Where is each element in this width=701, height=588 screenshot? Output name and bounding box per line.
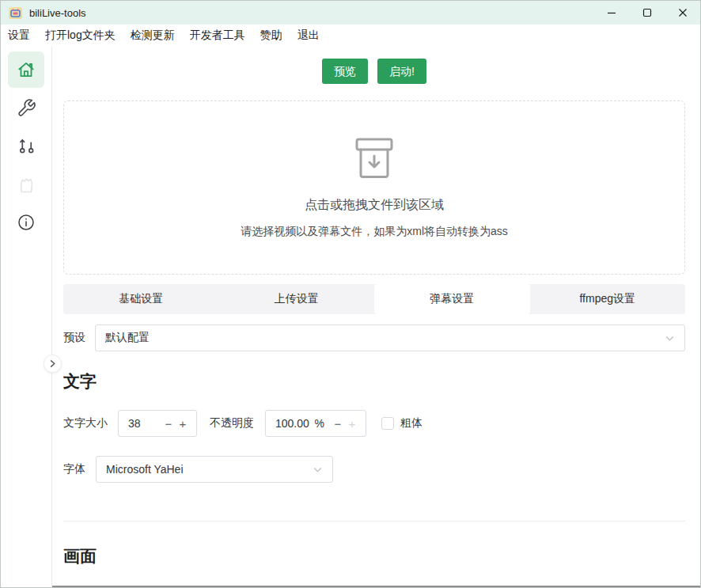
font-size-increase-button[interactable]: + <box>176 418 190 430</box>
text-controls-row: 文字大小 38 − + 不透明度 100.00 % − + 粗体 <box>63 410 685 437</box>
sidebar-expand-button[interactable] <box>44 355 62 373</box>
window-title: biliLive-tools <box>29 7 86 19</box>
sidebar-item-clip[interactable] <box>8 166 44 203</box>
font-size-label: 文字大小 <box>63 416 108 431</box>
opacity-value: 100.00 <box>275 417 315 430</box>
wrench-icon <box>17 98 36 118</box>
menu-open-log-folder[interactable]: 打开log文件夹 <box>44 27 116 44</box>
preset-row: 预设 默认配置 <box>63 324 685 351</box>
sidebar-item-about[interactable] <box>8 204 44 241</box>
menu-settings[interactable]: 设置 <box>7 27 31 44</box>
sidebar-item-convert[interactable] <box>8 127 44 163</box>
actions-row: 预览 启动! <box>63 59 685 84</box>
titlebar: biliLive-tools <box>1 1 700 25</box>
menu-exit[interactable]: 退出 <box>297 27 320 44</box>
preset-select-value: 默认配置 <box>105 331 658 345</box>
text-section-heading: 文字 <box>63 370 685 393</box>
minimize-icon <box>607 8 616 17</box>
font-size-value: 38 <box>128 417 161 430</box>
menu-check-update[interactable]: 检测更新 <box>130 27 176 44</box>
opacity-input[interactable]: 100.00 % − + <box>265 410 366 437</box>
tab-danmaku-settings[interactable]: 弹幕设置 <box>374 284 530 314</box>
canvas-section-heading: 画面 <box>63 545 685 567</box>
preview-button[interactable]: 预览 <box>322 59 368 84</box>
chevron-down-icon <box>665 333 675 343</box>
font-family-value: Microsoft YaHei <box>106 463 306 476</box>
menu-sponsor[interactable]: 赞助 <box>260 27 283 44</box>
settings-tabs: 基础设置 上传设置 弹幕设置 ffmpeg设置 <box>63 284 685 314</box>
home-icon <box>16 59 36 80</box>
maximize-icon <box>642 8 652 17</box>
chevron-right-icon <box>48 359 57 368</box>
close-icon <box>678 8 688 17</box>
tab-upload-settings[interactable]: 上传设置 <box>219 284 375 314</box>
app-logo-icon <box>9 7 22 19</box>
font-size-input[interactable]: 38 − + <box>118 410 197 437</box>
app-window: biliLive-tools 设置 打开log文件夹 检测更新 开发者工具 赞助… <box>0 0 701 588</box>
menu-devtools[interactable]: 开发者工具 <box>189 27 246 44</box>
tab-basic-settings[interactable]: 基础设置 <box>63 284 219 314</box>
sidebar-item-tools[interactable] <box>8 89 44 126</box>
start-button[interactable]: 启动! <box>377 59 426 84</box>
app-body: 预览 启动! 点击或拖拽文件到该区域 请选择视频以及弹幕文件，如果为xml将自动… <box>1 47 700 588</box>
dropzone-subtitle: 请选择视频以及弹幕文件，如果为xml将自动转换为ass <box>241 225 508 239</box>
font-family-row: 字体 Microsoft YaHei <box>63 456 685 483</box>
menubar: 设置 打开log文件夹 检测更新 开发者工具 赞助 退出 <box>1 25 700 47</box>
opacity-decrease-button[interactable]: − <box>331 418 345 430</box>
sidebar <box>1 47 52 588</box>
preset-label: 预设 <box>63 331 85 345</box>
minimize-button[interactable] <box>593 1 629 25</box>
bold-checkbox[interactable] <box>381 417 394 430</box>
bold-label: 粗体 <box>400 416 422 431</box>
clip-icon <box>16 174 37 195</box>
opacity-label: 不透明度 <box>210 416 254 431</box>
main-content: 预览 启动! 点击或拖拽文件到该区域 请选择视频以及弹幕文件，如果为xml将自动… <box>52 47 700 588</box>
info-icon <box>17 213 36 232</box>
bottom-edge-line <box>52 586 700 587</box>
opacity-increase-button[interactable]: + <box>345 418 359 430</box>
tab-ffmpeg-settings[interactable]: ffmpeg设置 <box>530 284 686 314</box>
section-divider <box>63 521 685 522</box>
font-family-select[interactable]: Microsoft YaHei <box>96 456 333 483</box>
chevron-down-icon <box>313 465 323 475</box>
sidebar-item-home[interactable] <box>8 51 44 88</box>
dropzone-title: 点击或拖拽文件到该区域 <box>305 197 444 214</box>
file-dropzone[interactable]: 点击或拖拽文件到该区域 请选择视频以及弹幕文件，如果为xml将自动转换为ass <box>63 101 685 275</box>
convert-icon <box>17 135 36 155</box>
archive-download-icon <box>354 137 394 181</box>
maximize-button[interactable] <box>629 1 665 25</box>
opacity-suffix: % <box>315 417 324 430</box>
preset-select[interactable]: 默认配置 <box>95 324 685 351</box>
font-family-label: 字体 <box>63 462 85 476</box>
close-button[interactable] <box>665 1 700 25</box>
font-size-decrease-button[interactable]: − <box>161 418 176 430</box>
